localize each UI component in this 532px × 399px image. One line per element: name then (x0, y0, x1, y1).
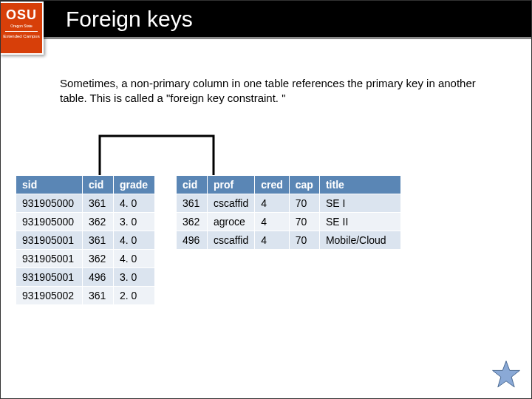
svg-marker-0 (493, 361, 520, 387)
col-sid: sid (16, 176, 83, 194)
tables-container: sid cid grade 9319050003614. 0 931905000… (16, 175, 531, 305)
table-row: 496cscaffid470Mobile/Cloud (177, 231, 401, 250)
page-title: Foreign keys (66, 7, 193, 32)
table-header-row: cid prof cred cap title (177, 176, 401, 194)
table-header-row: sid cid grade (16, 176, 155, 194)
col-cid2: cid (177, 176, 208, 194)
logo-text-top: OSU (6, 7, 37, 23)
col-prof: prof (208, 176, 255, 194)
col-cap: cap (289, 176, 319, 194)
col-cid: cid (83, 176, 114, 194)
table-row: 9319050003614. 0 (16, 194, 155, 213)
col-title: title (319, 176, 400, 194)
logo-text-mid: Oregon State (10, 24, 33, 28)
col-grade: grade (114, 176, 155, 194)
table-row: 361cscaffid470SE I (177, 194, 401, 213)
logo-divider (5, 31, 38, 32)
table-row: 9319050013614. 0 (16, 231, 155, 250)
header-bar: OSU Oregon State Extended Campus Foreign… (1, 1, 531, 39)
table-row: 9319050003623. 0 (16, 213, 155, 231)
table-row: 362agroce470SE II (177, 213, 401, 231)
enrollment-table: sid cid grade 9319050003614. 0 931905000… (16, 175, 155, 305)
table-row: 9319050013624. 0 (16, 250, 155, 268)
intro-text: Sometimes, a non-primary column in one t… (60, 76, 487, 105)
table-row: 9319050014963. 0 (16, 268, 155, 287)
table-row: 9319050023612. 0 (16, 287, 155, 305)
logo-text-bot: Extended Campus (3, 34, 39, 38)
star-icon (491, 360, 521, 389)
osu-logo: OSU Oregon State Extended Campus (0, 1, 44, 55)
course-table: cid prof cred cap title 361cscaffid470SE… (176, 175, 401, 250)
col-cred: cred (255, 176, 290, 194)
